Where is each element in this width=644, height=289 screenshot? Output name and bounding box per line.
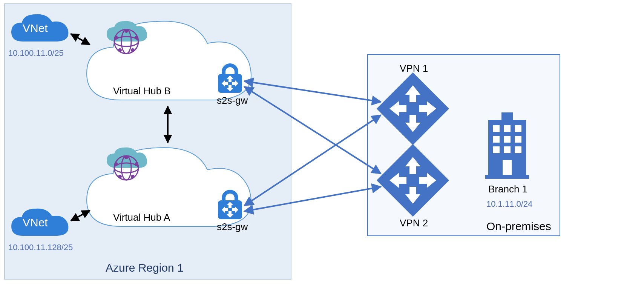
onprem-box [368, 55, 560, 236]
hub-a-label: Virtual Hub A [113, 212, 170, 223]
branch-cidr: 10.1.11.0/24 [486, 199, 532, 209]
hub-b-gw-label: s2s-gw [217, 95, 248, 106]
vnet-a-cidr: 10.100.11.128/25 [8, 243, 73, 252]
branch-building-icon [485, 112, 529, 179]
vnet-b-label: VNet [23, 22, 48, 34]
hub-a-gw-label: s2s-gw [217, 221, 248, 232]
vpn1-label: VPN 1 [400, 63, 428, 74]
azure-region-label: Azure Region 1 [106, 261, 184, 274]
vnet-b-cidr: 10.100.11.0/25 [8, 48, 64, 58]
branch-label: Branch 1 [488, 183, 527, 195]
hub-b-label: Virtual Hub B [113, 85, 171, 97]
vnet-a-label: VNet [23, 216, 48, 229]
onprem-label: On-premises [486, 220, 551, 232]
vpn2-label: VPN 2 [400, 217, 428, 229]
